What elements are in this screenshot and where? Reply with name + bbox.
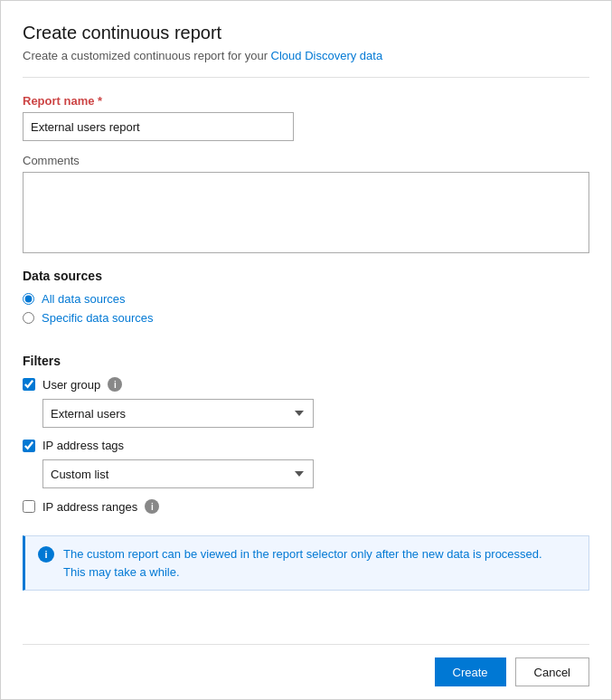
user-group-dropdown[interactable]: External users All users: [42, 399, 314, 428]
ip-address-ranges-info-icon: i: [145, 499, 159, 514]
info-banner-line1: The custom report can be viewed in the r…: [63, 547, 542, 561]
ip-address-tags-dropdown[interactable]: Custom list All tags: [42, 459, 314, 488]
dialog-title: Create continuous report: [23, 23, 589, 43]
dialog-footer: Create Cancel: [23, 644, 589, 699]
comments-field: Comments: [23, 154, 589, 256]
ip-address-tags-filter-row: IP address tags: [23, 439, 589, 452]
comments-textarea[interactable]: [23, 172, 589, 253]
data-sources-radio-group: All data sources Specific data sources: [23, 292, 589, 325]
radio-all-data-sources[interactable]: All data sources: [23, 292, 589, 306]
ip-address-tags-label: IP address tags: [42, 439, 124, 452]
user-group-checkbox[interactable]: [23, 378, 35, 391]
ip-address-tags-checkbox[interactable]: [23, 440, 35, 452]
radio-specific-data-sources[interactable]: Specific data sources: [23, 311, 589, 325]
info-banner: i The custom report can be viewed in the…: [23, 535, 589, 591]
data-sources-label: Data sources: [23, 269, 589, 283]
ip-address-ranges-filter-row: IP address ranges i: [23, 499, 589, 514]
comments-label: Comments: [23, 154, 589, 167]
report-name-label: Report name *: [23, 94, 589, 108]
radio-specific-data-sources-input[interactable]: [23, 312, 34, 324]
subtitle-static-text: Create a customized continuous report fo…: [23, 49, 271, 62]
data-sources-section: Data sources All data sources Specific d…: [23, 269, 589, 341]
report-name-input[interactable]: [23, 112, 294, 141]
info-banner-icon: i: [38, 546, 54, 563]
cloud-discovery-link[interactable]: Cloud Discovery data: [271, 49, 383, 62]
user-group-info-icon: i: [108, 377, 122, 392]
ip-address-ranges-checkbox[interactable]: [23, 500, 35, 513]
user-group-label: User group: [42, 378, 100, 392]
ip-address-tags-dropdown-container: Custom list All tags: [42, 459, 589, 488]
filters-label: Filters: [23, 354, 589, 368]
filters-section: Filters User group i External users All …: [23, 354, 589, 521]
cancel-button[interactable]: Cancel: [515, 657, 589, 686]
info-banner-text: The custom report can be viewed in the r…: [63, 545, 542, 581]
create-report-dialog: Create continuous report Create a custom…: [0, 0, 612, 700]
radio-specific-data-sources-label: Specific data sources: [42, 311, 154, 325]
divider: [23, 77, 589, 78]
create-button[interactable]: Create: [435, 657, 506, 686]
radio-all-data-sources-input[interactable]: [23, 293, 34, 305]
report-name-field: Report name *: [23, 94, 589, 141]
dialog-subtitle: Create a customized continuous report fo…: [23, 49, 589, 62]
user-group-dropdown-container: External users All users: [42, 399, 589, 428]
ip-address-ranges-label: IP address ranges: [42, 500, 137, 514]
info-banner-line2: This may take a while.: [63, 565, 180, 579]
radio-all-data-sources-label: All data sources: [42, 292, 126, 306]
user-group-filter-row: User group i: [23, 377, 589, 392]
